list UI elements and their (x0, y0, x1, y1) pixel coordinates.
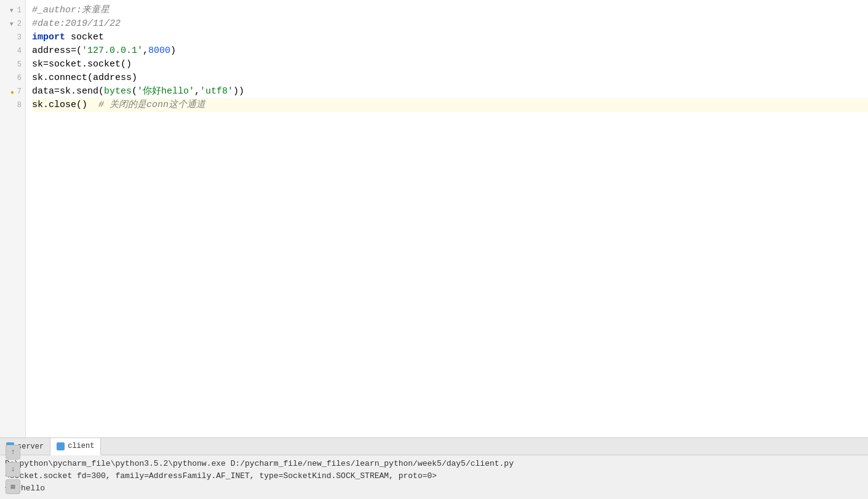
gutter-line-1: ▼ 1 (10, 4, 22, 17)
code-normal-7c: , (194, 85, 200, 98)
code-normal-7a: data=sk.send( (32, 85, 104, 98)
code-line-8: sk.close() # 关闭的是conn这个通道 (32, 98, 868, 112)
code-normal-8: sk.close() (32, 98, 98, 112)
code-comment-8: # 关闭的是conn这个通道 (98, 98, 205, 112)
line-number-6: 6 (17, 74, 22, 82)
code-text-5: sk=socket.socket() (32, 58, 132, 71)
code-normal-7b: ( (132, 85, 137, 98)
line-number-3: 3 (17, 33, 22, 42)
gutter-line-4: ▶ 4 (10, 44, 22, 58)
code-line-7: data=sk.send(bytes('你好hello','utf8')) (32, 85, 868, 98)
code-string-4a: '127.0.0.1' (82, 44, 143, 58)
editor-area: ▼ 1 ▼ 2 ▶ 3 ▶ 4 ▶ 5 ▶ 6 ⬥ 7 ▶ 8 (0, 0, 868, 437)
tab-client[interactable]: client (50, 438, 101, 455)
line-number-8: 8 (17, 101, 22, 110)
fold-arrow-2[interactable]: ▼ (10, 21, 16, 28)
gutter-line-6: ▶ 6 (10, 71, 22, 85)
tab-client-label: client (68, 442, 94, 450)
code-string-7a: bytes (104, 85, 132, 98)
terminal-line-2: <socket.socket fd=300, family=AddressFam… (5, 470, 863, 482)
client-tab-icon (57, 442, 65, 450)
code-text-1: #_author:来童星 (32, 4, 109, 17)
code-text-6: sk.connect(address) (32, 71, 137, 85)
code-normal-4b: , (143, 44, 148, 58)
code-line-3: import socket (32, 31, 868, 44)
code-number-4: 8000 (148, 44, 170, 58)
scroll-up-button[interactable]: ↑ (6, 445, 20, 460)
code-keyword-3: import (32, 31, 65, 44)
gutter-line-2: ▼ 2 (10, 17, 22, 31)
line-number-1: 1 (17, 6, 22, 15)
code-line-1: #_author:来童星 (32, 4, 868, 17)
code-line-6: sk.connect(address) (32, 71, 868, 85)
code-line-8-highlighted: sk.close() # 关闭的是conn这个通道 (32, 98, 868, 112)
terminal-line-1: D:\python\pycharm_file\python3.5.2\pytho… (5, 458, 863, 470)
line-number-5: 5 (17, 60, 22, 69)
code-text-2: #date:2019/11/22 (32, 17, 121, 31)
bookmark-icon-7: ⬥ (10, 87, 16, 97)
code-normal-7d: )) (233, 85, 244, 98)
gutter-line-8: ▶ 8 (10, 98, 22, 112)
terminal-output: D:\python\pycharm_file\python3.5.2\pytho… (0, 455, 868, 499)
scroll-down-button[interactable]: ↓ (6, 462, 20, 477)
code-normal-3: socket (65, 31, 104, 44)
code-line-5: sk=socket.socket() (32, 58, 868, 71)
code-string-7b: '你好hello' (137, 85, 194, 98)
tab-bar: server client (0, 438, 868, 455)
bottom-panel: server client D:\python\pycharm_file\pyt… (0, 437, 868, 499)
pin-button[interactable]: ⊞ (6, 479, 20, 494)
terminal-line-3: 你好hello (5, 482, 863, 495)
code-string-7c: 'utf8' (200, 85, 233, 98)
code-line-4: address=('127.0.0.1',8000) (32, 44, 868, 58)
code-normal-4c: ) (170, 44, 176, 58)
gutter-line-7: ⬥ 7 (10, 85, 22, 98)
code-line-2: #date:2019/11/22 (32, 17, 868, 31)
code-area[interactable]: #_author:来童星 #date:2019/11/22 import soc… (26, 0, 868, 437)
code-normal-4a: address=( (32, 44, 82, 58)
sidebar-controls: ↑ ↓ ⊞ (0, 445, 26, 494)
gutter-line-3: ▶ 3 (10, 31, 22, 44)
line-number-2: 2 (17, 20, 22, 28)
fold-arrow-1[interactable]: ▼ (10, 7, 16, 14)
line-number-4: 4 (17, 47, 22, 55)
line-number-7: 7 (17, 87, 22, 96)
line-gutter: ▼ 1 ▼ 2 ▶ 3 ▶ 4 ▶ 5 ▶ 6 ⬥ 7 ▶ 8 (0, 0, 26, 437)
gutter-line-5: ▶ 5 (10, 58, 22, 71)
